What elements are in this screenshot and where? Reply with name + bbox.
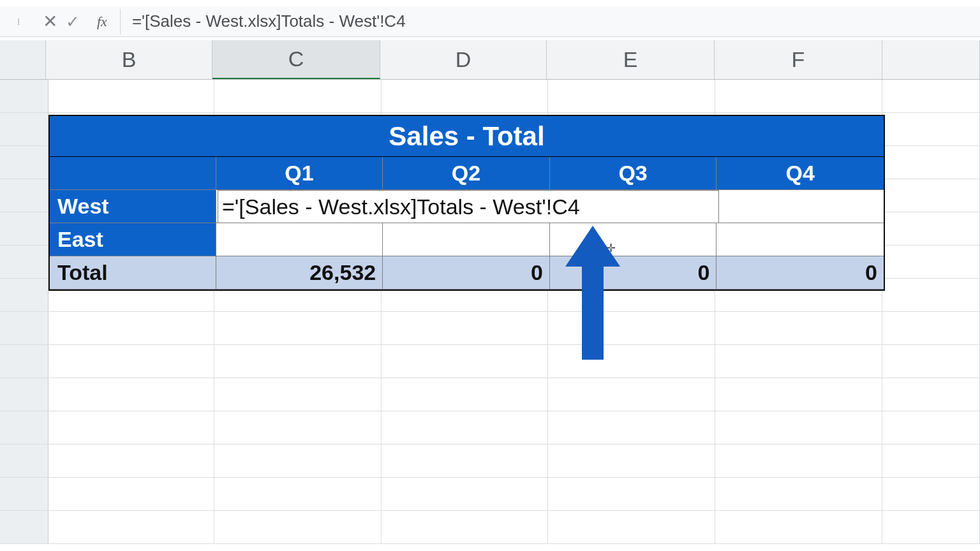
header-q1[interactable]: Q1 [216, 157, 383, 189]
header-q4[interactable]: Q4 [716, 157, 884, 189]
cell[interactable] [882, 246, 980, 278]
cell[interactable] [48, 378, 214, 411]
cell[interactable] [214, 312, 382, 344]
cell-east-q2[interactable] [383, 223, 550, 256]
cell[interactable] [548, 511, 715, 543]
cell[interactable] [882, 478, 980, 510]
cell[interactable] [715, 345, 882, 378]
cell[interactable] [882, 113, 980, 145]
row-header[interactable] [0, 345, 48, 378]
cell[interactable] [715, 378, 882, 411]
row-header[interactable] [0, 80, 48, 112]
cell[interactable] [382, 312, 547, 344]
cell[interactable] [882, 279, 980, 311]
cell[interactable] [214, 378, 382, 411]
cell[interactable] [715, 411, 882, 444]
cell[interactable] [882, 212, 980, 245]
cell[interactable] [882, 411, 980, 444]
formula-input[interactable] [121, 9, 980, 34]
row-header[interactable] [0, 378, 48, 411]
cell[interactable] [715, 478, 882, 510]
cell[interactable] [882, 146, 980, 179]
cell[interactable] [214, 80, 382, 112]
cell-east-q4[interactable] [716, 223, 884, 256]
column-header-F[interactable]: F [715, 40, 882, 79]
cell[interactable] [882, 312, 980, 344]
header-q3[interactable]: Q3 [550, 157, 717, 189]
row-header[interactable] [0, 411, 48, 444]
table-title: Sales - Total [50, 116, 884, 157]
column-header-E[interactable]: E [547, 40, 715, 79]
cell[interactable] [382, 411, 547, 444]
cell[interactable] [715, 312, 882, 344]
column-header-D[interactable]: D [380, 40, 547, 79]
cell[interactable] [48, 312, 214, 344]
cell[interactable] [48, 411, 214, 444]
cell[interactable] [548, 378, 715, 411]
row-label-total[interactable]: Total [50, 256, 216, 289]
row-header[interactable] [0, 146, 48, 179]
select-all-corner[interactable] [0, 40, 46, 79]
cell[interactable] [382, 378, 547, 411]
fx-icon[interactable]: fx [97, 13, 107, 30]
row-header[interactable] [0, 113, 48, 145]
cell[interactable] [882, 80, 980, 112]
row-header[interactable] [0, 478, 48, 510]
active-cell-editor[interactable]: ='[Sales - West.xlsx]Totals - West'!C4 [218, 190, 719, 223]
cell[interactable] [214, 444, 382, 477]
row-label-west[interactable]: West [50, 190, 216, 223]
cell[interactable] [214, 511, 382, 543]
confirm-formula-button[interactable]: ✓ [61, 13, 84, 30]
cell[interactable] [715, 511, 882, 543]
formula-bar: ✕ ✓ fx [0, 6, 980, 37]
row-header[interactable] [0, 312, 48, 344]
row-label-east[interactable]: East [50, 223, 216, 256]
table-row-total: Total 26,532 0 0 0 [50, 256, 884, 290]
cancel-formula-button[interactable]: ✕ [38, 13, 61, 31]
cell[interactable] [382, 478, 547, 510]
row-header[interactable] [0, 279, 48, 311]
cell-total-q4[interactable]: 0 [716, 256, 884, 289]
table-row-east: East [50, 223, 884, 256]
cell[interactable] [882, 378, 980, 411]
cell-select-cursor-icon: ✛ [606, 241, 616, 255]
cell[interactable] [882, 345, 980, 378]
cell[interactable] [382, 511, 547, 543]
column-header-row: B C D E F [0, 40, 980, 80]
row-header[interactable] [0, 179, 48, 212]
column-header-C[interactable]: C [212, 40, 380, 79]
cell[interactable] [548, 478, 715, 510]
header-q2[interactable]: Q2 [383, 157, 550, 189]
cell[interactable] [48, 80, 214, 112]
cell[interactable] [48, 511, 214, 543]
cell-east-q1[interactable] [216, 223, 383, 256]
cell[interactable] [382, 80, 547, 112]
row-header[interactable] [0, 246, 48, 278]
cell-total-q1[interactable]: 26,532 [216, 256, 383, 289]
row-header[interactable] [0, 212, 48, 245]
cell[interactable] [48, 444, 214, 477]
row-header[interactable] [0, 444, 48, 477]
column-header-next[interactable] [882, 40, 980, 79]
cell[interactable] [548, 80, 715, 112]
cell-total-q2[interactable]: 0 [383, 256, 550, 289]
cell[interactable] [715, 80, 882, 112]
cell[interactable] [214, 411, 382, 444]
cell[interactable] [882, 511, 980, 543]
formula-bar-grip-icon [11, 10, 26, 33]
cell[interactable] [882, 444, 980, 477]
cell-west-q4[interactable] [716, 190, 884, 223]
column-header-B[interactable]: B [46, 40, 212, 79]
cell[interactable] [882, 179, 980, 212]
cell[interactable] [548, 411, 715, 444]
cell[interactable] [214, 478, 382, 510]
cell[interactable] [48, 478, 214, 510]
cell[interactable] [382, 345, 547, 378]
cell[interactable] [48, 345, 214, 378]
active-cell-editor-text: ='[Sales - West.xlsx]Totals - West'!C4 [222, 195, 580, 219]
row-header[interactable] [0, 511, 48, 543]
cell[interactable] [382, 444, 547, 477]
cell[interactable] [548, 444, 715, 477]
cell[interactable] [715, 444, 882, 477]
cell[interactable] [214, 345, 382, 378]
